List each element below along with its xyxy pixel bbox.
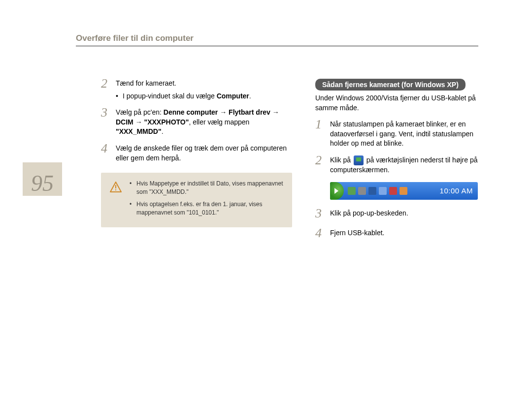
step-number: 1 bbox=[315, 118, 330, 131]
left-step-4: 4 Vælg de ønskede filer og træk dem over… bbox=[101, 144, 298, 163]
step-text: Klik på pop-up-beskeden. bbox=[330, 209, 408, 217]
right-step-4: 4 Fjern USB-kablet. bbox=[315, 228, 488, 241]
step-number: 2 bbox=[315, 154, 330, 167]
step-number: 4 bbox=[315, 227, 330, 240]
tray-icon bbox=[389, 187, 397, 195]
section-heading-pill: Sådan fjernes kameraet (for Windows XP) bbox=[315, 79, 466, 91]
warning-icon bbox=[110, 182, 122, 192]
note-box: Hvis Mappetype er indstillet til Dato, v… bbox=[101, 173, 292, 227]
right-step-2: 2 Klik på på værktøjslinjen nederst til … bbox=[315, 155, 488, 175]
right-step-3: 3 Klik på pop-up-beskeden. bbox=[315, 209, 488, 221]
step-body: Vælg på pc'en: Denne computer → Flytbart… bbox=[116, 108, 298, 137]
tray-icon bbox=[379, 187, 387, 195]
safely-remove-hardware-icon bbox=[354, 155, 364, 165]
step-text: Fjern USB-kablet. bbox=[330, 229, 384, 237]
step3-prefix: Vælg på pc'en: bbox=[116, 108, 164, 116]
step-number: 3 bbox=[315, 207, 330, 220]
step-number: 4 bbox=[101, 142, 116, 155]
left-step-3: 3 Vælg på pc'en: Denne computer → Flytba… bbox=[101, 108, 298, 137]
step-text: Vælg de ønskede filer og træk dem over p… bbox=[116, 144, 287, 162]
step-body: Når statuslampen på kameraet blinker, er… bbox=[330, 120, 488, 149]
step-body: Tænd for kameraet. I popup-vinduet skal … bbox=[116, 79, 251, 101]
step-text: Tænd for kameraet. bbox=[116, 79, 176, 87]
step3-middle: , eller vælg mappen bbox=[189, 118, 249, 126]
start-button-icon bbox=[330, 182, 344, 200]
step-number: 3 bbox=[101, 106, 116, 119]
tray-icon bbox=[348, 187, 356, 195]
page-title: Overføre filer til din computer bbox=[76, 33, 194, 43]
svg-rect-0 bbox=[115, 185, 116, 188]
step3-bold2: "XXX_MMDD" bbox=[116, 127, 162, 135]
step-body: Vælg de ønskede filer og træk dem over p… bbox=[116, 144, 298, 163]
tray-icon bbox=[399, 187, 407, 195]
step-body: Fjern USB-kablet. bbox=[330, 228, 384, 238]
note-bullet-1: Hvis Mappetype er indstillet til Dato, v… bbox=[130, 180, 285, 196]
step-number: 2 bbox=[101, 77, 116, 90]
sub-bullet: I popup-vinduet skal du vælge Computer. bbox=[116, 92, 251, 101]
step-text: Når statuslampen på kameraet blinker, er… bbox=[330, 120, 473, 147]
right-step-1: 1 Når statuslampen på kameraet blinker, … bbox=[315, 120, 488, 149]
section-intro: Under Windows 2000/Vista fjerner du USB-… bbox=[315, 93, 488, 113]
bullet-bold: Computer bbox=[217, 92, 249, 100]
step3-suffix: . bbox=[162, 127, 164, 135]
taskbar-clock: 10:00 AM bbox=[440, 186, 473, 195]
tray-icon bbox=[358, 187, 366, 195]
step2-before: Klik på bbox=[330, 156, 353, 164]
bullet-prefix: I popup-vinduet skal du vælge bbox=[123, 92, 217, 100]
step-body: Klik på pop-up-beskeden. bbox=[330, 209, 408, 218]
left-step-2: 2 Tænd for kameraet. I popup-vinduet ska… bbox=[101, 79, 298, 101]
svg-rect-1 bbox=[115, 189, 116, 190]
page-number: 95 bbox=[31, 172, 54, 195]
note-bullet-2: Hvis optagelsen f.eks. er fra den 1. jan… bbox=[130, 200, 285, 217]
page-number-block: 95 bbox=[23, 162, 62, 196]
windows-taskbar: 10:00 AM bbox=[330, 182, 478, 200]
bullet-suffix: . bbox=[249, 92, 251, 100]
system-tray bbox=[348, 187, 407, 195]
header-divider bbox=[76, 46, 478, 46]
step-body: Klik på på værktøjslinjen nederst til hø… bbox=[330, 155, 488, 175]
tray-icon bbox=[368, 187, 376, 195]
